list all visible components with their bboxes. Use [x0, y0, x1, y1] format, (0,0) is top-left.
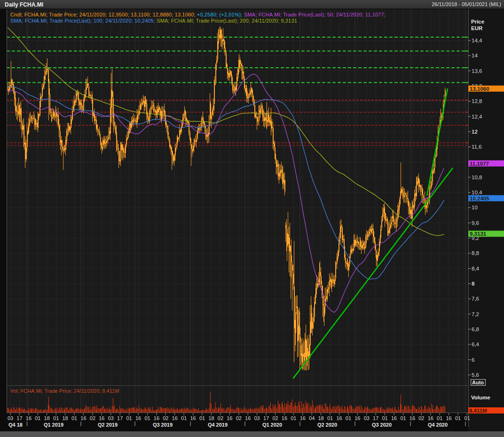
- svg-text:01: 01: [327, 415, 333, 421]
- svg-text:01: 01: [181, 415, 187, 421]
- svg-text:5,6: 5,6: [472, 372, 479, 378]
- svg-text:11,6: 11,6: [472, 144, 482, 150]
- svg-text:01: 01: [400, 415, 406, 421]
- svg-text:6: 6: [472, 357, 474, 363]
- svg-text:10: 10: [472, 205, 478, 210]
- svg-text:02: 02: [163, 415, 168, 421]
- svg-text:EUR: EUR: [471, 25, 483, 31]
- svg-text:14,4: 14,4: [472, 38, 482, 43]
- svg-text:17: 17: [373, 415, 378, 421]
- svg-text:04: 04: [309, 415, 315, 421]
- svg-text:Cndl; FCHA.MI; Trade Price; 24: Cndl; FCHA.MI; Trade Price; 24/11/2020; …: [10, 12, 386, 17]
- svg-text:16: 16: [80, 415, 86, 421]
- svg-text:Q4 18: Q4 18: [8, 422, 23, 428]
- svg-text:Volume: Volume: [471, 395, 490, 400]
- svg-text:01: 01: [382, 415, 387, 421]
- svg-text:18: 18: [208, 415, 214, 421]
- svg-text:01: 01: [464, 415, 470, 421]
- svg-text:01: 01: [437, 415, 442, 421]
- svg-text:Q4 2019: Q4 2019: [208, 422, 228, 428]
- svg-text:10,8: 10,8: [472, 175, 482, 180]
- svg-text:26/11/2018 - 05/01/2021 (MIL): 26/11/2018 - 05/01/2021 (MIL): [432, 1, 501, 7]
- svg-text:01: 01: [126, 415, 132, 421]
- svg-text:18: 18: [44, 415, 50, 421]
- svg-text:9,6: 9,6: [472, 220, 479, 226]
- svg-text:16: 16: [410, 415, 415, 421]
- svg-text:Vol; FCHA.MI; Trade Price; 24/: Vol; FCHA.MI; Trade Price; 24/11/2020; 8…: [10, 388, 119, 394]
- svg-text:03: 03: [8, 415, 13, 421]
- svg-text:01: 01: [346, 415, 351, 421]
- svg-text:Auto: Auto: [472, 380, 484, 385]
- svg-text:02: 02: [272, 415, 278, 421]
- svg-text:16: 16: [135, 415, 141, 421]
- svg-text:01: 01: [35, 415, 40, 421]
- svg-text:12,4: 12,4: [472, 114, 482, 119]
- svg-text:02: 02: [236, 415, 242, 421]
- svg-text:Price: Price: [471, 19, 484, 24]
- svg-text:7,6: 7,6: [472, 296, 479, 302]
- svg-text:18: 18: [62, 415, 68, 421]
- svg-text:10,4: 10,4: [472, 190, 482, 195]
- svg-text:14: 14: [472, 53, 478, 58]
- svg-text:16: 16: [245, 415, 251, 421]
- svg-text:8: 8: [472, 281, 475, 286]
- svg-text:03: 03: [108, 415, 114, 421]
- svg-text:11,1077: 11,1077: [470, 161, 489, 167]
- svg-text:01: 01: [53, 415, 59, 421]
- svg-text:6,8: 6,8: [472, 326, 479, 332]
- svg-text:02: 02: [218, 415, 223, 421]
- svg-text:16: 16: [227, 415, 232, 421]
- svg-text:16: 16: [336, 415, 342, 421]
- svg-text:7,2: 7,2: [472, 311, 479, 317]
- svg-text:03: 03: [254, 415, 260, 421]
- svg-text:16: 16: [300, 415, 306, 421]
- svg-text:6,4: 6,4: [472, 342, 480, 347]
- svg-text:SMA; FCHA.MI; Trade Price(Last: SMA; FCHA.MI; Trade Price(Last); 100; 24…: [10, 18, 297, 24]
- svg-text:Q2 2019: Q2 2019: [98, 422, 118, 428]
- svg-text:9,3131: 9,3131: [470, 231, 487, 237]
- svg-text:Q3 2019: Q3 2019: [153, 422, 173, 428]
- svg-text:Daily FCHA.MI: Daily FCHA.MI: [5, 1, 43, 8]
- svg-text:16: 16: [428, 415, 433, 421]
- svg-text:13,6: 13,6: [472, 68, 482, 74]
- svg-text:Q2 2020: Q2 2020: [317, 422, 337, 428]
- svg-text:16: 16: [354, 415, 360, 421]
- svg-text:17: 17: [16, 415, 22, 421]
- svg-text:16: 16: [99, 415, 104, 421]
- svg-text:Q4 2020: Q4 2020: [428, 422, 448, 428]
- svg-text:Q1 2020: Q1 2020: [262, 422, 282, 428]
- svg-text:17: 17: [263, 415, 269, 421]
- svg-text:17: 17: [117, 415, 123, 421]
- svg-text:16: 16: [282, 415, 287, 421]
- svg-text:01: 01: [71, 415, 77, 421]
- svg-text:12,8: 12,8: [472, 98, 482, 104]
- svg-text:12: 12: [472, 129, 478, 135]
- svg-text:10,2405: 10,2405: [470, 196, 489, 201]
- svg-text:02: 02: [90, 415, 95, 421]
- svg-text:16: 16: [391, 415, 397, 421]
- svg-text:16: 16: [26, 415, 32, 421]
- svg-text:01: 01: [291, 415, 296, 421]
- svg-text:16: 16: [446, 415, 451, 421]
- svg-text:8,411M: 8,411M: [469, 408, 487, 413]
- svg-text:Q3 2020: Q3 2020: [372, 422, 392, 428]
- svg-text:13,1060: 13,1060: [470, 86, 489, 92]
- svg-text:Q1 2019: Q1 2019: [44, 422, 63, 428]
- svg-text:01: 01: [144, 415, 150, 421]
- svg-text:02: 02: [418, 415, 424, 421]
- svg-text:01: 01: [455, 415, 461, 421]
- svg-text:01: 01: [199, 415, 205, 421]
- svg-text:16: 16: [190, 415, 196, 421]
- svg-text:8,4: 8,4: [472, 266, 480, 271]
- svg-text:16: 16: [172, 415, 178, 421]
- svg-text:8,8: 8,8: [472, 250, 479, 256]
- svg-text:18: 18: [318, 415, 323, 421]
- svg-text:03: 03: [364, 415, 370, 421]
- svg-text:16: 16: [154, 415, 159, 421]
